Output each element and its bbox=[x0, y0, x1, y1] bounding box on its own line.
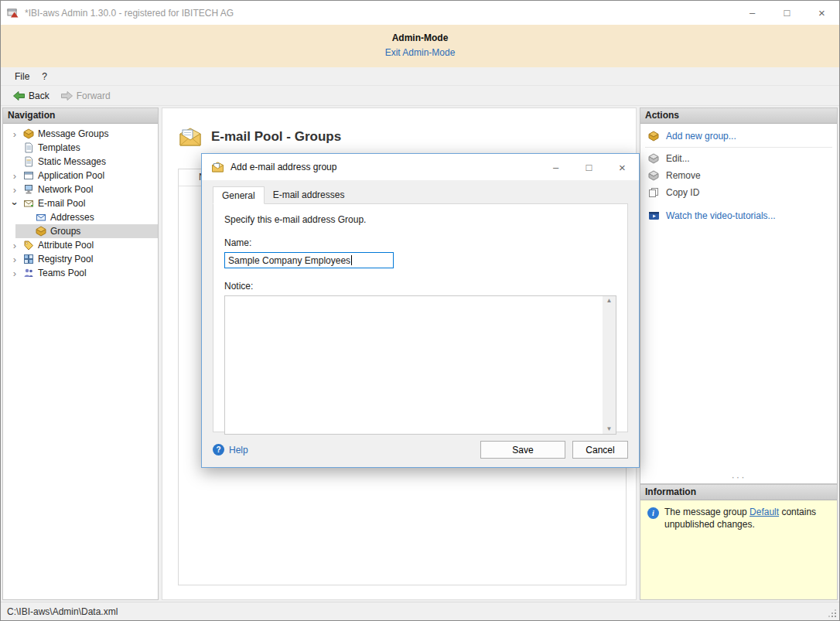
copy-icon bbox=[648, 187, 661, 198]
actions-spacer bbox=[640, 201, 837, 207]
save-button[interactable]: Save bbox=[480, 441, 565, 459]
add-new-group-label: Add new group... bbox=[666, 131, 736, 142]
admin-mode-banner: Admin-Mode Exit Admin-Mode bbox=[1, 25, 839, 67]
tab-general[interactable]: General bbox=[213, 186, 265, 204]
chevron-right-icon[interactable]: › bbox=[6, 268, 23, 278]
forward-label: Forward bbox=[77, 90, 111, 101]
nav-item-label: Teams Pool bbox=[38, 268, 87, 278]
help-label: Help bbox=[229, 445, 248, 456]
window-title: *IBI-aws Admin 1.30.0 - registered for I… bbox=[25, 8, 234, 19]
group-name-input[interactable]: Sample Company Employees bbox=[224, 252, 394, 268]
tab-email-addresses[interactable]: E-mail addresses bbox=[265, 186, 353, 203]
chevron-right-icon[interactable]: › bbox=[6, 241, 23, 251]
application-pool-icon bbox=[23, 170, 35, 181]
templates-icon bbox=[23, 142, 35, 153]
text-caret bbox=[351, 255, 352, 265]
watch-video-tutorials-label: Watch the video-tutorials... bbox=[666, 210, 776, 221]
actions-list: Add new group... Edit... Remove Copy ID bbox=[640, 124, 837, 483]
help-icon-glyph: ? bbox=[216, 445, 220, 454]
titlebar: *IBI-aws Admin 1.30.0 - registered for I… bbox=[1, 1, 839, 25]
nav-item-teams-pool[interactable]: › Teams Pool bbox=[3, 266, 158, 280]
add-new-group-button[interactable]: Add new group... bbox=[640, 128, 837, 145]
attribute-pool-icon bbox=[23, 240, 35, 251]
groups-icon bbox=[36, 226, 47, 237]
dialog-tabs: General E-mail addresses bbox=[202, 180, 639, 203]
add-group-icon bbox=[648, 131, 661, 142]
close-icon[interactable]: × bbox=[804, 1, 839, 25]
nav-item-templates[interactable]: Templates bbox=[3, 141, 158, 155]
panel-splitter-handle[interactable]: ··· bbox=[640, 473, 837, 483]
remove-icon bbox=[648, 170, 661, 181]
navigation-header: Navigation bbox=[3, 108, 158, 124]
dialog-window-controls: – □ × bbox=[539, 154, 639, 180]
information-text-before: The message group bbox=[664, 507, 750, 517]
network-pool-icon bbox=[23, 184, 35, 195]
copy-id-button[interactable]: Copy ID bbox=[640, 184, 837, 201]
forward-button[interactable]: Forward bbox=[55, 88, 116, 104]
scroll-up-icon[interactable]: ▲ bbox=[606, 298, 613, 304]
exit-admin-mode-link[interactable]: Exit Admin-Mode bbox=[385, 47, 456, 58]
watch-video-tutorials-link[interactable]: Watch the video-tutorials... bbox=[640, 207, 837, 224]
notice-scrollbar[interactable]: ▲ ▼ bbox=[603, 296, 616, 434]
dialog-minimize-icon[interactable]: – bbox=[539, 154, 572, 180]
menu-file[interactable]: File bbox=[9, 70, 36, 84]
navigation-panel: Navigation › Message Groups Templates St… bbox=[2, 107, 159, 600]
page-header: E-mail Pool - Groups bbox=[162, 108, 636, 147]
chevron-right-icon[interactable]: › bbox=[6, 171, 23, 181]
nav-item-application-pool[interactable]: › Application Pool bbox=[3, 169, 158, 183]
copy-id-label: Copy ID bbox=[666, 187, 699, 198]
nav-item-label: Message Groups bbox=[38, 128, 108, 139]
dialog-maximize-icon[interactable]: □ bbox=[572, 154, 606, 180]
menubar: File ? bbox=[1, 67, 839, 85]
dialog-close-icon[interactable]: × bbox=[606, 154, 639, 180]
default-group-link[interactable]: Default bbox=[750, 507, 779, 517]
name-label: Name: bbox=[224, 237, 616, 248]
back-label: Back bbox=[29, 90, 50, 101]
information-header: Information bbox=[640, 485, 837, 500]
nav-item-groups[interactable]: Groups bbox=[15, 224, 158, 238]
nav-item-label: Attribute Pool bbox=[38, 240, 94, 251]
chevron-right-icon[interactable]: › bbox=[6, 185, 23, 195]
back-button[interactable]: Back bbox=[7, 88, 55, 104]
remove-button[interactable]: Remove bbox=[640, 167, 837, 184]
nav-item-email-pool[interactable]: › E-mail Pool bbox=[3, 196, 158, 210]
edit-button[interactable]: Edit... bbox=[640, 150, 837, 167]
dialog-footer: ? Help Save Cancel bbox=[202, 432, 639, 467]
status-bar: C:\IBI-aws\Admin\Data.xml bbox=[1, 602, 839, 620]
nav-item-network-pool[interactable]: › Network Pool bbox=[3, 183, 158, 196]
resize-grip[interactable] bbox=[828, 609, 836, 617]
page-title: E-mail Pool - Groups bbox=[211, 129, 341, 145]
nav-item-label: Groups bbox=[50, 226, 80, 237]
cancel-button[interactable]: Cancel bbox=[572, 441, 628, 459]
nav-item-attribute-pool[interactable]: › Attribute Pool bbox=[3, 238, 158, 252]
actions-divider bbox=[645, 147, 832, 148]
nav-item-addresses[interactable]: Addresses bbox=[15, 210, 158, 224]
chevron-down-icon[interactable]: › bbox=[10, 195, 20, 212]
dialog-title: Add e-mail address group bbox=[230, 162, 336, 172]
app-window: *IBI-aws Admin 1.30.0 - registered for I… bbox=[0, 0, 840, 621]
nav-item-label: Network Pool bbox=[38, 184, 93, 195]
static-messages-icon bbox=[23, 156, 35, 167]
nav-item-message-groups[interactable]: › Message Groups bbox=[3, 127, 158, 141]
message-groups-icon bbox=[23, 128, 35, 139]
window-controls: – □ × bbox=[735, 1, 839, 25]
help-link[interactable]: ? Help bbox=[213, 444, 248, 456]
registry-pool-icon bbox=[23, 254, 35, 264]
menu-help[interactable]: ? bbox=[36, 70, 53, 84]
nav-item-label: Static Messages bbox=[38, 156, 106, 167]
notice-label: Notice: bbox=[224, 281, 616, 292]
toolbar: Back Forward bbox=[1, 85, 839, 106]
scroll-down-icon[interactable]: ▼ bbox=[606, 426, 613, 432]
nav-item-label: Templates bbox=[38, 142, 80, 153]
forward-arrow-icon bbox=[60, 90, 73, 102]
minimize-icon[interactable]: – bbox=[735, 1, 770, 25]
admin-mode-title: Admin-Mode bbox=[1, 32, 839, 43]
chevron-right-icon[interactable]: › bbox=[6, 129, 23, 139]
info-icon: i bbox=[647, 507, 659, 519]
maximize-icon[interactable]: □ bbox=[770, 1, 804, 25]
nav-item-registry-pool[interactable]: › Registry Pool bbox=[3, 252, 158, 266]
nav-item-static-messages[interactable]: Static Messages bbox=[3, 155, 158, 169]
app-icon bbox=[7, 7, 19, 19]
notice-textarea[interactable]: ▲ ▼ bbox=[224, 295, 616, 435]
chevron-right-icon[interactable]: › bbox=[6, 254, 23, 264]
